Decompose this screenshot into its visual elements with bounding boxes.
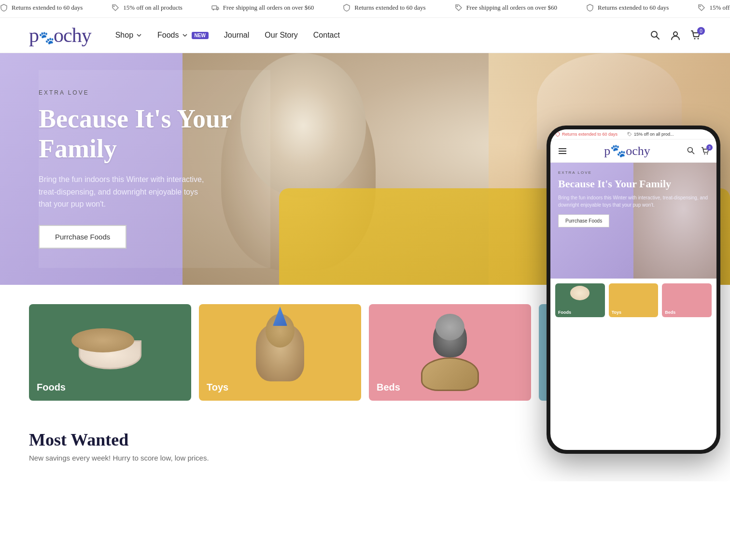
mobile-marquee: Returns extended to 60 days 15% off on a… <box>550 129 716 140</box>
food-kibble <box>71 328 134 352</box>
marquee-item: Free shipping all orders on over $60 <box>211 4 314 12</box>
svg-point-13 <box>698 38 699 40</box>
mobile-cat-label: Beds <box>665 310 675 315</box>
hero-eyebrow: EXTRA LOVE <box>39 89 251 96</box>
site-header: p🐾ochy Shop Foods NEW Journal Our Story … <box>0 18 730 53</box>
svg-point-11 <box>674 32 677 36</box>
mobile-cart-button[interactable]: 3 <box>701 146 710 155</box>
mobile-hero-eyebrow: EXTRA LOVE <box>558 170 709 175</box>
category-beds[interactable]: Beds <box>369 304 531 401</box>
category-label: Beds <box>377 382 400 393</box>
mobile-paw-icon: 🐾 <box>610 144 626 158</box>
mobile-mockup: Returns extended to 60 days 15% off on a… <box>547 126 720 454</box>
new-badge: NEW <box>192 32 209 39</box>
account-button[interactable] <box>670 30 681 41</box>
chevron-down-icon <box>136 32 142 38</box>
mobile-cat-foods[interactable]: Foods <box>555 283 605 317</box>
site-logo[interactable]: p🐾ochy <box>29 24 91 47</box>
marquee-item: 15% off on all products <box>698 4 730 12</box>
tag-icon <box>455 4 463 12</box>
mobile-marquee-item: Returns extended to 60 days <box>555 132 618 137</box>
svg-point-14 <box>628 133 629 134</box>
search-icon <box>650 30 660 41</box>
basket <box>421 357 479 391</box>
mobile-logo: p🐾ochy <box>604 143 650 158</box>
mobile-food-img <box>570 286 590 300</box>
marquee-item: Returns extended to 60 days <box>343 4 425 12</box>
marquee-item: Free shipping all orders on over $60 <box>455 4 557 12</box>
svg-point-3 <box>216 9 218 11</box>
hero-content: EXTRA LOVE Because It's Your Family Brin… <box>39 70 270 268</box>
shield-icon <box>343 4 351 12</box>
mobile-marquee-item: 15% off on all prod... <box>627 132 674 137</box>
header-icons: 0 <box>650 30 701 41</box>
user-icon <box>670 30 681 41</box>
mobile-cat-label: Foods <box>558 310 571 315</box>
paw-icon: 🐾 <box>39 30 54 45</box>
mobile-cat-beds[interactable]: Beds <box>662 283 712 317</box>
marquee-item: Returns extended to 60 days <box>0 4 83 12</box>
mobile-search-icon[interactable] <box>687 146 695 155</box>
mobile-header: p🐾ochy 3 <box>550 140 716 163</box>
mobile-hero-description: Bring the fun indoors this Winter with i… <box>558 194 709 209</box>
svg-point-19 <box>704 154 705 154</box>
cart-button[interactable]: 0 <box>690 30 701 41</box>
cat-head-sim <box>435 314 464 340</box>
nav-contact[interactable]: Contact <box>313 31 340 40</box>
hero-wrapper: EXTRA LOVE Because It's Your Family Brin… <box>0 53 730 285</box>
category-toys[interactable]: Toys <box>199 304 361 401</box>
mobile-hero-title: Because It's Your Family <box>558 178 709 190</box>
svg-rect-1 <box>212 6 217 9</box>
svg-point-12 <box>694 38 696 40</box>
mobile-menu-icon[interactable] <box>557 146 568 156</box>
mobile-hero-section: EXTRA LOVE Because It's Your Family Brin… <box>550 163 716 279</box>
mobile-hero-content: EXTRA LOVE Because It's Your Family Brin… <box>550 163 716 235</box>
main-nav: Shop Foods NEW Journal Our Story Contact <box>115 31 650 40</box>
shield-icon <box>0 4 8 12</box>
svg-point-5 <box>700 6 701 7</box>
marquee-item: 15% off on all products <box>112 4 182 12</box>
mobile-screen: Returns extended to 60 days 15% off on a… <box>550 129 716 450</box>
search-button[interactable] <box>650 30 660 41</box>
marquee-item: Returns extended to 60 days <box>586 4 669 12</box>
marquee-banner: Returns extended to 60 days 15% off on a… <box>0 0 730 18</box>
nav-shop[interactable]: Shop <box>115 31 142 40</box>
truck-icon <box>211 4 219 12</box>
hero-title: Because It's Your Family <box>39 104 251 164</box>
mobile-hero-cta[interactable]: Purrchase Foods <box>558 214 609 227</box>
hero-description: Bring the fun indoors this Winter with i… <box>39 173 212 210</box>
mobile-cat-label: Toys <box>612 310 621 315</box>
hero-cta-button[interactable]: Purrchase Foods <box>39 225 126 249</box>
tag-icon <box>112 4 119 12</box>
svg-point-2 <box>212 9 214 11</box>
svg-point-0 <box>113 6 115 7</box>
marquee-track: Returns extended to 60 days 15% off on a… <box>0 4 730 12</box>
category-label: Foods <box>37 382 66 393</box>
svg-point-4 <box>456 6 458 7</box>
category-label: Toys <box>207 382 228 393</box>
nav-journal[interactable]: Journal <box>224 31 249 40</box>
shield-icon-small <box>555 132 560 137</box>
chevron-down-icon <box>182 32 188 38</box>
cart-count: 0 <box>697 27 705 35</box>
mobile-categories: Foods Toys Beds <box>550 279 716 322</box>
svg-point-20 <box>707 154 708 154</box>
nav-our-story[interactable]: Our Story <box>265 31 297 40</box>
nav-foods[interactable]: Foods NEW <box>157 31 209 40</box>
tag-icon-small <box>627 132 632 137</box>
mobile-cat-toys[interactable]: Toys <box>609 283 659 317</box>
mobile-header-icons: 3 <box>687 146 710 155</box>
tag-icon <box>698 4 705 12</box>
mobile-cart-count: 3 <box>706 144 713 151</box>
most-wanted-subtitle: New savings every week! Hurry to score l… <box>29 454 701 462</box>
shield-icon <box>586 4 594 12</box>
category-foods[interactable]: Foods <box>29 304 191 401</box>
